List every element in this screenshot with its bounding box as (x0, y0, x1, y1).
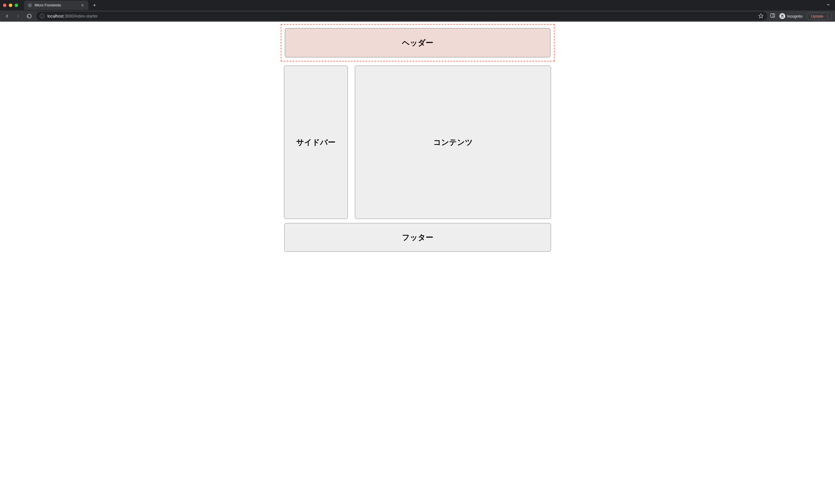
window-minimize-button[interactable] (9, 3, 12, 7)
footer-label: フッター (402, 232, 433, 243)
tab-overflow-button[interactable] (826, 3, 832, 8)
svg-rect-2 (771, 14, 775, 17)
content-region: コンテンツ (355, 66, 551, 219)
update-button[interactable]: Update ⋮ (807, 12, 832, 20)
toolbar-right: Incognito Update ⋮ (770, 12, 832, 20)
incognito-badge[interactable]: Incognito (779, 13, 802, 19)
sidebar-region: サイドバー (284, 66, 348, 219)
back-button[interactable] (3, 12, 11, 20)
browser-toolbar: i localhost:3000/index-starter Incognito… (0, 10, 835, 22)
forward-button[interactable] (14, 12, 22, 20)
content-label: コンテンツ (433, 137, 473, 148)
window-close-button[interactable] (3, 3, 6, 7)
incognito-label: Incognito (787, 14, 802, 18)
globe-icon (27, 3, 32, 7)
reload-button[interactable] (25, 12, 33, 20)
browser-tab[interactable]: Micro Frontends ✕ (24, 1, 88, 10)
header-label: ヘッダー (402, 38, 433, 48)
tab-title: Micro Frontends (35, 3, 78, 7)
tab-bar: Micro Frontends ✕ + (0, 0, 835, 10)
header-highlight-box: ヘッダー (281, 24, 554, 61)
url-path: /index-starter (74, 14, 98, 18)
svg-marker-1 (759, 14, 763, 18)
footer-region: フッター (284, 223, 551, 252)
middle-row: サイドバー コンテンツ (284, 66, 551, 219)
site-info-icon[interactable]: i (40, 14, 44, 18)
side-panel-icon[interactable] (770, 13, 775, 19)
new-tab-button[interactable]: + (91, 1, 98, 9)
update-label: Update (811, 14, 823, 18)
incognito-icon (779, 13, 785, 19)
menu-dots-icon: ⋮ (826, 14, 830, 18)
close-tab-button[interactable]: ✕ (80, 3, 85, 8)
address-bar[interactable]: i localhost:3000/index-starter (36, 12, 767, 20)
bookmark-star-icon[interactable] (758, 13, 763, 19)
window-controls (3, 3, 18, 7)
window-maximize-button[interactable] (15, 3, 18, 7)
header-region: ヘッダー (285, 28, 550, 57)
page-content: ヘッダー サイドバー コンテンツ フッター (0, 22, 835, 260)
sidebar-label: サイドバー (296, 137, 335, 148)
url-host: localhost (47, 14, 63, 18)
url-port: :3000 (63, 14, 74, 18)
browser-chrome: Micro Frontends ✕ + i localhost:3000/ind… (0, 0, 835, 22)
url-text: localhost:3000/index-starter (47, 14, 755, 18)
